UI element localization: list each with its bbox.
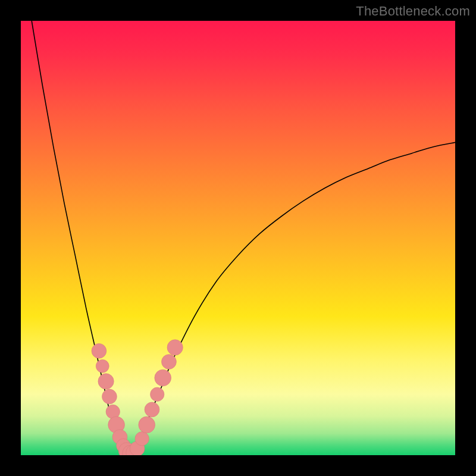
curve-left-branch bbox=[32, 21, 129, 455]
chart-svg bbox=[21, 21, 455, 455]
chart-frame: TheBottleneck.com bbox=[0, 0, 476, 476]
scatter-dot bbox=[155, 369, 171, 386]
curve-right-branch bbox=[130, 142, 456, 455]
scatter-dot bbox=[92, 343, 107, 358]
scatter-dot bbox=[102, 389, 117, 404]
scatter-dot bbox=[135, 432, 149, 446]
scatter-dots bbox=[92, 340, 183, 455]
scatter-dot bbox=[162, 355, 177, 369]
scatter-dot bbox=[139, 416, 155, 433]
scatter-dot bbox=[151, 387, 164, 401]
scatter-dot bbox=[167, 340, 183, 355]
scatter-dot bbox=[96, 359, 109, 372]
plot-area bbox=[21, 21, 455, 455]
watermark-text: TheBottleneck.com bbox=[356, 4, 470, 19]
scatter-dot bbox=[98, 374, 114, 389]
scatter-dot bbox=[145, 402, 159, 417]
